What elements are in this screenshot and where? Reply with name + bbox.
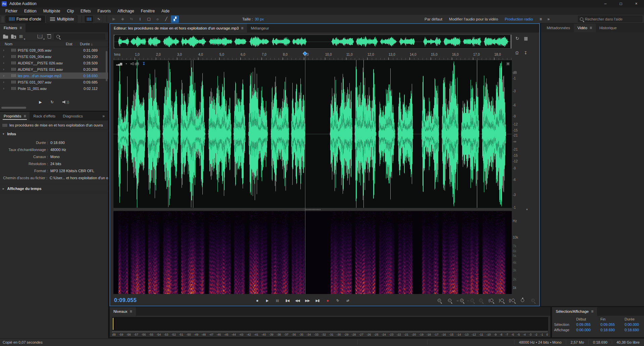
splitter-collapse-icon[interactable]: ▾ xyxy=(526,208,528,211)
menu-item[interactable]: Multipiste xyxy=(40,8,64,14)
file-row[interactable]: › les pro...d'un ouvrage.mp3 0:18.690 xyxy=(0,72,108,79)
spectral-view-button[interactable]: ∿ xyxy=(94,16,103,22)
waveform-canvas[interactable] xyxy=(113,60,512,208)
workspace-button[interactable]: Production radio xyxy=(501,16,536,22)
selection-duration-value[interactable]: 0:00.000 xyxy=(625,323,644,327)
hud-gain-value[interactable]: +0 dB xyxy=(130,62,139,66)
tool-button[interactable]: ▶ xyxy=(110,15,118,23)
zoom-button[interactable]: + xyxy=(529,297,537,304)
transport-button[interactable]: ● xyxy=(323,297,332,304)
expand-chevron-icon[interactable]: › xyxy=(0,67,7,71)
transport-button[interactable]: ▶▮ xyxy=(313,297,322,304)
dropdown-caret-icon[interactable]: ▾ xyxy=(24,38,25,41)
overview-right-handle[interactable] xyxy=(510,35,511,48)
menu-item[interactable]: Effets xyxy=(77,8,94,14)
zoom-button[interactable]: + xyxy=(456,297,464,304)
tool-button[interactable]: ○ xyxy=(153,15,161,23)
levels-tab[interactable]: Niveaux ≡ xyxy=(110,307,136,316)
transport-button[interactable]: ↻ xyxy=(333,297,342,304)
tab-video[interactable]: Vidéo ≡ xyxy=(574,23,596,32)
selection-end-value[interactable]: 0:09.055 xyxy=(600,323,625,327)
selection-tab[interactable]: Sélection/Affichage ≡ xyxy=(552,307,597,316)
menu-item[interactable]: Favoris xyxy=(94,8,114,14)
zoom-button[interactable]: { xyxy=(487,297,495,304)
menu-item[interactable]: Affichage xyxy=(114,8,138,14)
tool-button[interactable]: ⇆ xyxy=(127,15,135,23)
tool-button[interactable]: ◆ xyxy=(118,15,127,23)
menu-item[interactable]: Fenêtre xyxy=(138,8,158,14)
view-end-value[interactable]: 0:18.690 xyxy=(600,328,625,332)
time-display[interactable]: 0:09.055 xyxy=(114,297,137,303)
tab-properties[interactable]: Propriétés ≡ xyxy=(0,112,30,120)
spectrogram-display[interactable] xyxy=(113,211,512,294)
marker-pin-icon[interactable]: ↧ xyxy=(524,51,527,55)
import-file-icon[interactable] xyxy=(11,36,16,39)
transport-button[interactable]: ▮◀ xyxy=(283,297,292,304)
zoom-button[interactable]: − xyxy=(445,297,453,304)
workspace-menu-icon[interactable]: ≡ xyxy=(538,17,544,21)
dropdown-caret-icon[interactable]: ▾ xyxy=(43,38,45,41)
zoom-button[interactable]: − xyxy=(477,297,485,304)
overview-strip[interactable] xyxy=(113,35,512,49)
preview-loop-icon[interactable]: ↻ xyxy=(51,100,54,104)
horizontal-scrollbar[interactable] xyxy=(1,107,26,109)
mixer-tab[interactable]: Mélangeur xyxy=(247,24,273,33)
file-row[interactable]: › AUDREY__PISTE 026.wav 0:28.509 xyxy=(0,60,108,66)
waveform-view-button[interactable] xyxy=(85,16,93,22)
view-duration-value[interactable]: 0:18.690 xyxy=(625,328,644,332)
open-file-icon[interactable] xyxy=(3,36,8,39)
size-value[interactable]: 30 px xyxy=(255,17,264,21)
layout-grid-icon[interactable]: ▦ xyxy=(524,36,528,41)
snapping-magnet-icon[interactable]: Ω xyxy=(515,51,518,55)
selection-start-value[interactable]: 0:09.055 xyxy=(576,323,600,327)
workspace-button[interactable]: Modifier l'audio pour la vidéo xyxy=(446,16,501,22)
tool-button[interactable]: ▞ xyxy=(171,15,179,23)
vertical-scrollbar[interactable] xyxy=(106,51,107,81)
tool-button[interactable]: ╱ xyxy=(162,15,170,23)
panel-menu-icon[interactable]: ≡ xyxy=(19,26,22,30)
transport-button[interactable]: ▶▶ xyxy=(303,297,312,304)
minimize-button[interactable]: – xyxy=(598,0,613,7)
expand-chevron-icon[interactable]: › xyxy=(0,61,7,65)
expand-chevron-icon[interactable]: › xyxy=(0,55,7,58)
transport-button[interactable]: ⇄ xyxy=(343,297,352,304)
zoom-button[interactable]: {} xyxy=(508,297,516,304)
collapse-chevron-icon[interactable]: ▾ xyxy=(3,132,4,136)
multitrack-mode-button[interactable]: Multipiste xyxy=(46,15,78,23)
insert-into-multitrack-icon[interactable]: ↓ xyxy=(38,35,42,38)
panel-menu-icon[interactable]: ≡ xyxy=(591,309,593,314)
panel-menu-icon[interactable]: ≡ xyxy=(130,309,132,314)
file-row[interactable]: › PISTE 026_004.wav 0:29.220 xyxy=(0,53,108,60)
file-row[interactable]: › PISTE 031_007.wav 0:09.685 xyxy=(0,79,108,85)
file-row[interactable]: › AUDREY__PISTE 031.wav 0:20.288 xyxy=(0,66,108,72)
column-duration[interactable]: Durée ↓ xyxy=(80,42,103,46)
editor-tab[interactable]: Editeur: les procédures de mise en et ho… xyxy=(110,24,247,33)
tab-effects-rack[interactable]: Rack d'effets xyxy=(30,112,59,120)
menu-item[interactable]: Clip xyxy=(63,8,77,14)
timeline-ruler[interactable]: hms 1,02,03,04,05,06,07,08,09,010,011,01… xyxy=(113,50,512,60)
transport-button[interactable]: ▶ xyxy=(263,297,271,304)
view-start-value[interactable]: 0:00.000 xyxy=(576,328,600,332)
tab-metadata[interactable]: Métadonnées xyxy=(543,23,574,32)
expand-chevron-icon[interactable]: › xyxy=(0,74,7,78)
zoom-button[interactable]: + xyxy=(435,297,443,304)
tool-button[interactable]: I xyxy=(136,15,144,23)
transport-button[interactable]: ▮▮ xyxy=(273,297,282,304)
new-content-icon[interactable]: ⊞ xyxy=(19,34,23,39)
tab-history[interactable]: Historique xyxy=(596,23,621,32)
panel-menu-icon[interactable]: ≡ xyxy=(590,26,592,30)
menu-item[interactable]: Edition xyxy=(21,8,40,14)
maximize-button[interactable]: □ xyxy=(613,0,629,7)
file-row[interactable]: › Piste 11_001.wav 0:02.112 xyxy=(0,85,108,92)
column-state[interactable]: Etat xyxy=(66,42,80,46)
expand-chevron-icon[interactable]: › xyxy=(0,48,7,52)
overflow-chevron-icon[interactable]: » xyxy=(99,114,108,118)
workspace-button[interactable]: Par défaut xyxy=(421,16,446,22)
level-meter[interactable] xyxy=(112,317,548,331)
waveform-mode-button[interactable]: Forme d'onde xyxy=(5,15,45,23)
waveform-display[interactable]: ▂▄▆ ◔ +0 dB ↧ ▣ xyxy=(113,60,512,208)
playhead-line[interactable] xyxy=(305,55,305,294)
trash-icon[interactable] xyxy=(48,35,51,39)
level-meter-icon[interactable]: ▂▄▆ xyxy=(116,62,122,65)
expand-chevron-icon[interactable]: › xyxy=(0,87,7,90)
